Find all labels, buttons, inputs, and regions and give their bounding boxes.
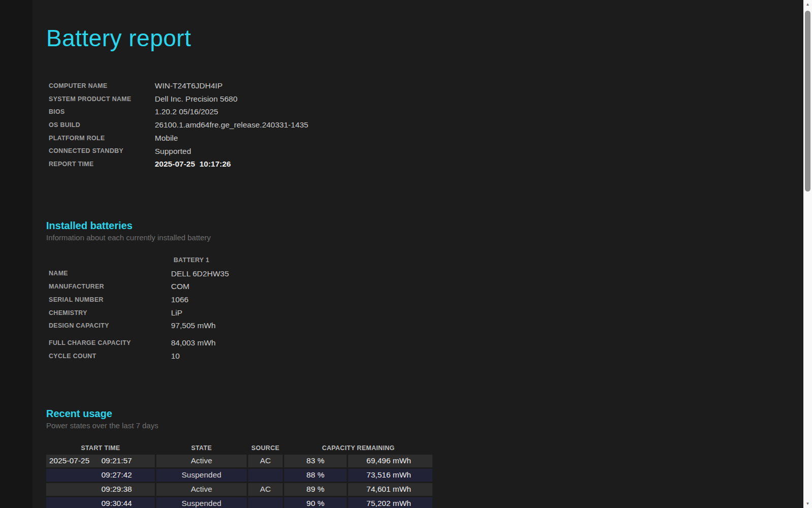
- battery-info-table: BATTERY 1 NAME DELL 6D2HW35 MANUFACTURER…: [46, 254, 803, 363]
- battery-info-label: FULL CHARGE CAPACITY: [46, 339, 171, 346]
- system-info-value: Supported: [155, 145, 191, 158]
- usage-table-row: 09:29:38 Active AC 89 % 74,601 mWh: [46, 483, 432, 496]
- cell-capacity-mwh: 75,202 mWh: [348, 497, 432, 508]
- column-header-state: STATE: [156, 443, 247, 453]
- column-header-capacity-remaining: CAPACITY REMAINING: [284, 443, 432, 453]
- system-info-value: 26100.1.amd64fre.ge_release.240331-1435: [155, 118, 309, 132]
- battery-info-value: 1066: [171, 293, 188, 306]
- cell-state: Active: [156, 483, 247, 496]
- recent-usage-heading: Recent usage: [46, 407, 803, 420]
- system-info-value: 1.20.2 05/16/2025: [155, 105, 218, 118]
- cell-state: Suspended: [156, 469, 247, 482]
- usage-table-row: 09:30:44 Suspended 90 % 75,202 mWh: [46, 497, 432, 508]
- cell-source: AC: [248, 455, 283, 467]
- battery-info-label: MANUFACTURER: [46, 283, 171, 290]
- system-info-label: PLATFORM ROLE: [46, 135, 155, 142]
- system-info-value: Dell Inc. Precision 5680: [155, 92, 238, 106]
- start-date: 2025-07-25: [49, 456, 89, 465]
- system-info-label: OS BUILD: [46, 121, 155, 129]
- cell-capacity-mwh: 69,496 mWh: [348, 455, 432, 467]
- system-info-row: REPORT TIME 2025-07-25 10:17:26: [46, 157, 803, 171]
- scrollbar-up-arrow-icon[interactable]: ▲: [803, 0, 812, 9]
- cell-source: AC: [248, 483, 283, 496]
- system-info-value: 2025-07-25 10:17:26: [155, 157, 231, 171]
- start-time: 09:30:44: [101, 499, 132, 507]
- system-info-label: CONNECTED STANDBY: [46, 147, 155, 154]
- vertical-scrollbar[interactable]: ▲ ▼: [803, 0, 812, 508]
- system-info-label: BIOS: [46, 108, 155, 115]
- system-info-row: COMPUTER NAME WIN-T24T6JDH4IP: [46, 79, 803, 92]
- cell-capacity-mwh: 74,601 mWh: [348, 483, 432, 496]
- battery-info-label: SERIAL NUMBER: [46, 296, 171, 303]
- start-time: 09:27:42: [101, 470, 132, 479]
- recent-usage-subtitle: Power states over the last 7 days: [46, 420, 803, 431]
- system-info-value: Mobile: [155, 132, 178, 145]
- battery-info-value: DELL 6D2HW35: [171, 267, 229, 280]
- recent-usage-section: Recent usage Power states over the last …: [46, 407, 803, 508]
- battery-column-header: BATTERY 1: [46, 254, 803, 267]
- system-info-row: CONNECTED STANDBY Supported: [46, 145, 803, 158]
- system-info-value: WIN-T24T6JDH4IP: [155, 79, 223, 92]
- cell-start-time: 09:30:44: [46, 497, 155, 508]
- battery-info-row: NAME DELL 6D2HW35: [46, 267, 803, 280]
- usage-table-row: 09:27:42 Suspended 88 % 73,516 mWh: [46, 469, 432, 482]
- cell-capacity-percent: 88 %: [284, 469, 347, 482]
- installed-batteries-section: Installed batteries Information about ea…: [46, 219, 803, 363]
- cell-capacity-percent: 89 %: [284, 483, 347, 496]
- system-info-label: SYSTEM PRODUCT NAME: [46, 96, 155, 103]
- system-info-row: SYSTEM PRODUCT NAME Dell Inc. Precision …: [46, 92, 803, 106]
- usage-table-row: 2025-07-25 09:21:57 Active AC 83 % 69,49…: [46, 455, 432, 467]
- system-info-list: COMPUTER NAME WIN-T24T6JDH4IP SYSTEM PRO…: [46, 79, 803, 171]
- system-info-row: OS BUILD 26100.1.amd64fre.ge_release.240…: [46, 118, 803, 132]
- scrollbar-thumb[interactable]: [805, 11, 810, 192]
- cell-start-time: 09:27:42: [46, 469, 155, 482]
- battery-info-row: FULL CHARGE CAPACITY 84,003 mWh: [46, 336, 803, 350]
- installed-batteries-heading: Installed batteries: [46, 219, 803, 232]
- battery-info-value: LiP: [171, 306, 182, 320]
- battery-info-group-1: NAME DELL 6D2HW35 MANUFACTURER COM SERIA…: [46, 267, 803, 333]
- cell-source: [248, 497, 283, 508]
- battery-info-row: MANUFACTURER COM: [46, 280, 803, 293]
- battery-info-row: DESIGN CAPACITY 97,505 mWh: [46, 319, 803, 332]
- battery-info-row: SERIAL NUMBER 1066: [46, 293, 803, 306]
- cell-state: Active: [156, 455, 247, 467]
- cell-capacity-mwh: 73,516 mWh: [348, 469, 432, 482]
- recent-usage-table: START TIME STATE SOURCE CAPACITY REMAINI…: [45, 441, 434, 508]
- battery-info-label: CHEMISTRY: [46, 309, 171, 316]
- battery-report-page: Battery report COMPUTER NAME WIN-T24T6JD…: [32, 0, 803, 508]
- battery-info-value: 97,505 mWh: [171, 319, 216, 332]
- system-info-row: PLATFORM ROLE Mobile: [46, 132, 803, 145]
- battery-info-group-2: FULL CHARGE CAPACITY 84,003 mWh CYCLE CO…: [46, 336, 803, 362]
- battery-info-row: CHEMISTRY LiP: [46, 306, 803, 320]
- cell-capacity-percent: 90 %: [284, 497, 347, 508]
- column-header-start-time: START TIME: [46, 443, 155, 453]
- cell-source: [248, 469, 283, 482]
- system-info-row: BIOS 1.20.2 05/16/2025: [46, 105, 803, 118]
- recent-usage-header-row: START TIME STATE SOURCE CAPACITY REMAINI…: [46, 443, 432, 453]
- battery-info-label: CYCLE COUNT: [46, 353, 171, 360]
- battery-info-value: COM: [171, 280, 189, 293]
- cell-state: Suspended: [156, 497, 247, 508]
- start-time: 09:29:38: [101, 485, 132, 493]
- start-time: 09:21:57: [101, 456, 132, 465]
- scrollbar-down-arrow-icon[interactable]: ▼: [803, 499, 812, 508]
- battery-group-divider: [46, 332, 803, 336]
- installed-batteries-subtitle: Information about each currently install…: [46, 232, 803, 243]
- battery-info-value: 84,003 mWh: [171, 336, 216, 350]
- battery-info-label: DESIGN CAPACITY: [46, 322, 171, 329]
- system-info-label: REPORT TIME: [46, 161, 155, 168]
- page-title: Battery report: [46, 22, 803, 54]
- cell-capacity-percent: 83 %: [284, 455, 347, 467]
- battery-info-row: CYCLE COUNT 10: [46, 350, 803, 363]
- battery-info-value: 10: [171, 350, 180, 363]
- battery-info-label: NAME: [46, 270, 171, 277]
- system-info-label: COMPUTER NAME: [46, 82, 155, 89]
- cell-start-time: 2025-07-25 09:21:57: [46, 455, 155, 467]
- column-header-source: SOURCE: [248, 443, 283, 453]
- cell-start-time: 09:29:38: [46, 483, 155, 496]
